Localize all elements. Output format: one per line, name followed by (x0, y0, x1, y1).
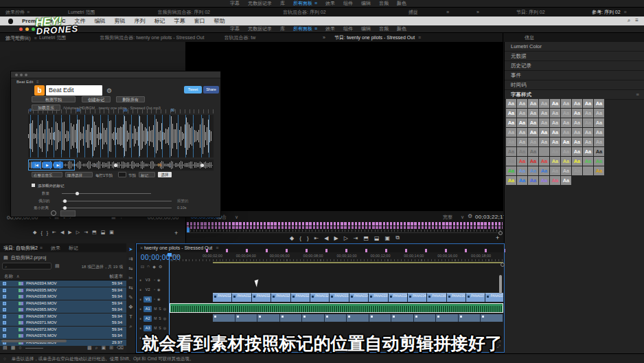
audio-track-header[interactable]: ∎A3MS◎ (137, 323, 168, 333)
project-file-row[interactable]: ▤自动剪辑2.prproj (3, 254, 46, 261)
panel-menu-icon[interactable]: ≡ (314, 26, 317, 31)
sync-lock-icon[interactable]: ▫ (154, 287, 155, 292)
project-item-row[interactable]: PANA0334.MOV59.94 (0, 280, 126, 287)
workspace-tab[interactable]: 组件 (343, 0, 353, 7)
program-resolution-select[interactable]: 完整 ∨ (443, 214, 464, 221)
workspace-tab[interactable]: 效果 (325, 25, 335, 32)
speaker-icon[interactable]: ◁)) (92, 163, 97, 167)
selection-checkbox[interactable] (3, 302, 6, 305)
caption-style-swatch[interactable]: Aa (572, 99, 582, 108)
project-item-row[interactable]: PANA0367.MOV59.94 (0, 314, 126, 320)
selection-checkbox[interactable] (3, 308, 6, 311)
panel-tab[interactable]: 效果 (51, 245, 60, 252)
amount-knob[interactable] (76, 192, 79, 195)
video-clip[interactable]: PANA0371 (466, 293, 485, 302)
extract-icon[interactable]: ⬓ (374, 235, 380, 241)
find-icon[interactable]: ⌕ (95, 345, 98, 351)
caption-style-swatch[interactable]: Aa (506, 109, 516, 118)
caption-style-swatch[interactable]: Aa (583, 147, 593, 156)
beatedit-name-field[interactable]: Beat Edit (46, 85, 102, 96)
add-marker-icon[interactable]: ◆ (290, 235, 294, 241)
caption-style-swatch[interactable]: Aa (539, 99, 549, 108)
caption-style-swatch[interactable]: Aa (550, 147, 560, 156)
caption-style-swatch[interactable]: Aa (561, 138, 571, 146)
caption-style-swatch[interactable]: Aa (539, 128, 549, 137)
lock-icon[interactable]: ∎ (139, 278, 141, 282)
video-clip[interactable]: PANA0376 (485, 293, 503, 302)
video-clip[interactable]: PANA0338 (389, 293, 408, 302)
panel-tab[interactable]: 项目: 自动剪辑2≡ (3, 245, 43, 252)
play-icon[interactable]: ▶ (68, 230, 71, 235)
caption-style-swatch[interactable]: Aa (550, 109, 560, 118)
name-column[interactable]: 名称 (4, 274, 13, 278)
video-clip[interactable]: PANA0320 (213, 293, 232, 302)
export-frame-icon[interactable]: ▣ (109, 230, 114, 235)
caption-style-swatch[interactable]: Aa (539, 176, 549, 185)
caption-style-swatch[interactable]: Aa (517, 147, 527, 156)
track-target-button[interactable]: A1 (143, 306, 152, 312)
caption-style-swatch[interactable]: Aa (594, 157, 604, 166)
caption-style-swatch[interactable]: Aa (561, 118, 571, 127)
caption-style-swatch[interactable]: Aa (506, 176, 516, 185)
panel-tab[interactable]: 标记 (69, 245, 78, 252)
caption-style-swatch[interactable]: Aa (517, 128, 527, 137)
lock-icon[interactable]: ∎ (139, 287, 141, 292)
lock-icon[interactable]: ∎ (139, 326, 141, 330)
hand-tool[interactable]: ✥ (128, 304, 133, 310)
click-volume-knob[interactable] (200, 164, 204, 167)
panel-menu-icon[interactable]: ≡ (40, 245, 43, 250)
audio-clip-segment[interactable] (347, 314, 369, 322)
audio-clip-segment[interactable] (459, 314, 481, 322)
caption-style-swatch[interactable]: Aa (550, 166, 560, 175)
caption-style-swatch[interactable]: Aa (528, 147, 538, 156)
step-back-icon[interactable]: ◀ (324, 235, 328, 241)
caption-style-swatch[interactable]: Aa (561, 166, 571, 175)
icon-view-icon[interactable]: ▦ (11, 345, 16, 351)
tweet-button[interactable]: Tweet (184, 86, 202, 94)
track-output-eye-icon[interactable]: ◉ (157, 287, 160, 292)
audio-track-header[interactable]: ∎A1MS◎ (137, 304, 168, 314)
selection-checkbox[interactable] (3, 295, 6, 298)
menu-item[interactable]: 窗口 (194, 17, 205, 25)
selection-checkbox[interactable] (3, 321, 6, 324)
go-to-in-icon[interactable]: ⇤ (52, 230, 56, 235)
overflow-chevron-icon[interactable]: » (323, 35, 325, 40)
button-editor-add[interactable]: + (174, 230, 178, 236)
beat-count-input[interactable] (118, 172, 126, 177)
framerate-column[interactable]: 帧速率 (110, 273, 124, 280)
add-marker-icon[interactable]: ◆ (33, 230, 36, 235)
detect-beats-button[interactable]: 检测节拍 (32, 96, 76, 102)
beatedit-tab[interactable]: Beat Edit ≡ (16, 80, 39, 84)
playhead-head[interactable] (168, 253, 172, 256)
caption-style-swatch[interactable]: Aa (594, 128, 604, 137)
caption-style-swatch[interactable]: Aa (583, 138, 593, 146)
step-forward-icon[interactable]: ▷ (76, 230, 80, 235)
audio-music-clip[interactable] (170, 303, 503, 313)
zoom-out-dot-icon[interactable]: ○ (19, 345, 21, 351)
selection-checkbox[interactable] (3, 289, 6, 292)
lock-icon[interactable]: ∎ (139, 297, 141, 301)
project-item-row[interactable]: PANA0365.MOV59.94 (0, 307, 126, 313)
slip-tool[interactable]: ⇆ (128, 285, 133, 291)
caption-style-swatch[interactable]: Aa (506, 157, 516, 166)
audio-clip-segment[interactable] (414, 314, 437, 322)
selection-checkbox[interactable] (3, 328, 6, 331)
step-back-icon[interactable]: ◀ (60, 230, 64, 235)
caption-style-swatch[interactable]: Aa (517, 118, 527, 127)
audio-clip-segment[interactable] (235, 314, 258, 322)
click-volume-slider[interactable] (177, 165, 213, 166)
solo-button[interactable]: S (159, 307, 161, 311)
workspace-tab[interactable]: 字幕 (230, 25, 240, 32)
caption-style-swatch[interactable]: Aa (517, 157, 527, 166)
mute-button[interactable]: M (154, 316, 157, 320)
frequency-knob[interactable] (63, 199, 67, 203)
caption-style-swatch[interactable]: Aa (528, 138, 538, 146)
zoom-slider[interactable] (25, 348, 43, 349)
track-target-button[interactable]: A2 (143, 316, 152, 322)
caption-style-swatch[interactable]: Aa (572, 157, 582, 166)
caption-style-swatch[interactable]: Aa (583, 128, 593, 137)
workspace-tab[interactable]: 所有面板≡ (293, 0, 317, 7)
video-clip[interactable]: PANA0340 (408, 293, 427, 302)
caption-style-swatch[interactable]: Aa (528, 99, 538, 108)
solo-button[interactable]: S (159, 326, 161, 330)
